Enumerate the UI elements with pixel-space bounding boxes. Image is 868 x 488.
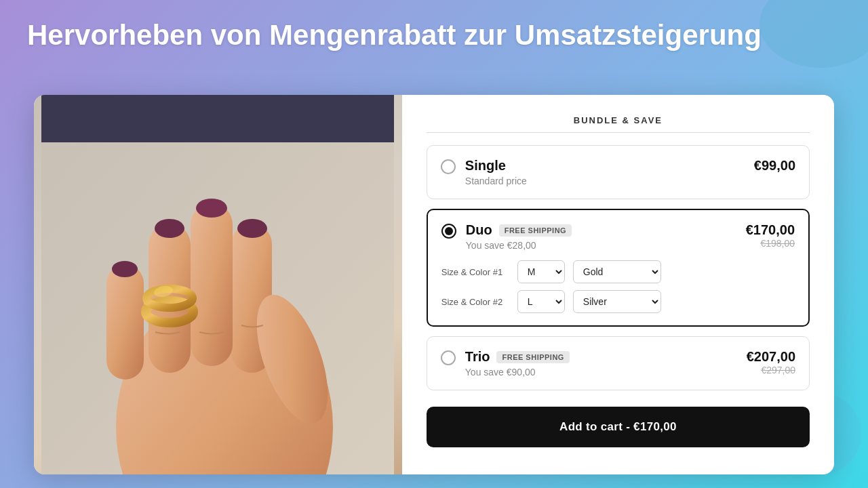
svg-point-8	[237, 219, 267, 238]
option-single-price-main: €99,00	[754, 158, 795, 174]
product-image-section	[34, 95, 402, 474]
svg-point-9	[196, 199, 227, 218]
svg-rect-4	[191, 203, 233, 366]
svg-point-11	[112, 261, 138, 277]
option-duo-price-original: €198,00	[746, 238, 795, 249]
option-duo-subtitle: You save €28,00	[466, 240, 736, 251]
option-trio-info: Trio FREE SHIPPING You save €90,00	[465, 349, 737, 378]
option-single-price: €99,00	[754, 158, 795, 174]
option-duo-price: €170,00 €198,00	[746, 222, 795, 249]
option-trio-badge: FREE SHIPPING	[496, 351, 569, 363]
ring-image-placeholder	[34, 95, 402, 474]
add-to-cart-button[interactable]: Add to cart - €170,00	[427, 407, 810, 447]
duo-size-select-1[interactable]: M XS S L XL	[517, 260, 565, 283]
option-single[interactable]: Single Standard price €99,00	[427, 145, 810, 199]
duo-dropdown-label-2: Size & Color #2	[441, 297, 509, 307]
option-duo-name: Duo	[466, 222, 492, 238]
bundle-section: BUNDLE & SAVE Single Standard price €99,…	[402, 95, 834, 474]
radio-single[interactable]	[441, 159, 456, 174]
option-single-name: Single	[465, 158, 506, 174]
radio-duo[interactable]	[441, 224, 456, 239]
option-trio-subtitle: You save €90,00	[465, 367, 737, 378]
option-duo[interactable]: Duo FREE SHIPPING You save €28,00 €170,0…	[427, 209, 810, 327]
duo-color-select-1[interactable]: Gold Silver Rose Gold Black	[573, 260, 661, 283]
duo-color-select-2[interactable]: Silver Gold Rose Gold Black	[573, 290, 661, 313]
option-trio-price-main: €207,00	[747, 349, 795, 365]
duo-dropdown-row-2: Size & Color #2 L XS S M XL Silver Gold …	[441, 290, 795, 313]
svg-rect-1	[41, 95, 394, 142]
ring-hand-illustration	[41, 95, 394, 474]
main-card: BUNDLE & SAVE Single Standard price €99,…	[34, 95, 834, 474]
page-header: Hervorheben von Mengenrabatt zur Umsatzs…	[0, 0, 868, 65]
option-single-name-row: Single	[465, 158, 745, 174]
option-trio-price-original: €297,00	[747, 365, 795, 375]
option-single-header: Single Standard price €99,00	[441, 158, 795, 186]
option-single-subtitle: Standard price	[465, 176, 745, 186]
option-trio-name-row: Trio FREE SHIPPING	[465, 349, 737, 365]
option-duo-info: Duo FREE SHIPPING You save €28,00	[466, 222, 736, 251]
option-duo-header: Duo FREE SHIPPING You save €28,00 €170,0…	[441, 222, 795, 251]
option-trio-price: €207,00 €297,00	[747, 349, 795, 375]
svg-point-10	[155, 219, 184, 238]
svg-rect-6	[106, 264, 144, 380]
page-title: Hervorheben von Mengenrabatt zur Umsatzs…	[27, 19, 841, 52]
radio-trio[interactable]	[441, 350, 456, 365]
option-trio-name: Trio	[465, 349, 490, 365]
option-trio[interactable]: Trio FREE SHIPPING You save €90,00 €207,…	[427, 336, 810, 390]
option-duo-badge: FREE SHIPPING	[499, 224, 572, 237]
duo-size-select-2[interactable]: L XS S M XL	[517, 290, 565, 313]
option-duo-name-row: Duo FREE SHIPPING	[466, 222, 736, 238]
option-trio-header: Trio FREE SHIPPING You save €90,00 €207,…	[441, 349, 795, 378]
duo-dropdown-label-1: Size & Color #1	[441, 267, 509, 277]
duo-dropdowns: Size & Color #1 M XS S L XL Gold Silver …	[441, 260, 795, 313]
option-single-info: Single Standard price	[465, 158, 745, 186]
bundle-section-title: BUNDLE & SAVE	[427, 115, 810, 133]
duo-dropdown-row-1: Size & Color #1 M XS S L XL Gold Silver …	[441, 260, 795, 283]
option-duo-price-main: €170,00	[746, 222, 795, 238]
